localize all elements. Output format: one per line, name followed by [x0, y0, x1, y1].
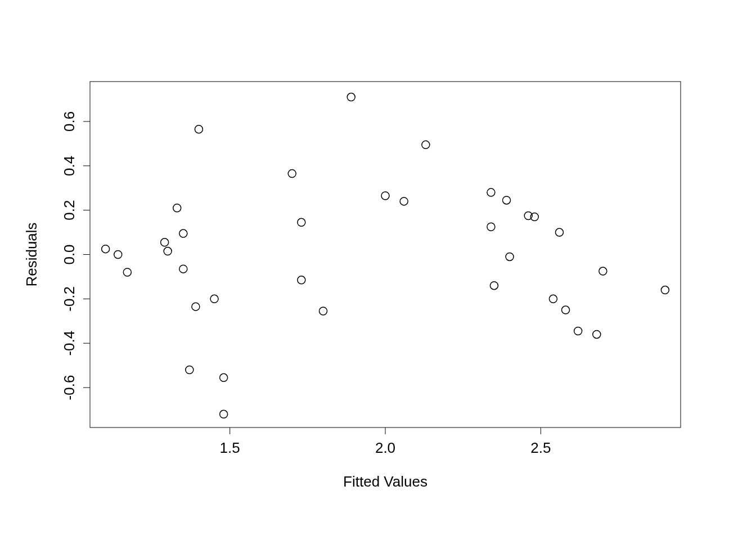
data-point: [319, 307, 327, 315]
data-point: [220, 374, 228, 381]
data-point: [574, 327, 582, 335]
data-point: [179, 265, 187, 273]
data-point: [422, 141, 430, 148]
data-point: [593, 330, 601, 338]
x-axis-label: Fitted Values: [343, 473, 428, 490]
data-point: [555, 228, 563, 236]
data-point: [506, 253, 514, 260]
data-point: [298, 218, 305, 226]
x-tick-label: 2.5: [530, 439, 551, 456]
data-point: [661, 286, 669, 294]
data-point: [161, 238, 169, 246]
data-point: [503, 196, 511, 204]
data-point: [490, 282, 498, 290]
data-point: [210, 295, 218, 303]
y-tick-label: 0.4: [61, 156, 78, 176]
y-tick-label: 0.2: [61, 200, 78, 220]
scatter-plot: 1.52.02.5 -0.6-0.4-0.20.00.20.40.6 Fitte…: [0, 0, 756, 540]
data-point: [220, 410, 228, 418]
x-tick-label: 1.5: [220, 439, 240, 456]
data-point: [102, 245, 110, 253]
data-point: [400, 197, 408, 205]
plot-border: [90, 82, 681, 428]
data-point: [298, 276, 305, 284]
y-tick-label: -0.6: [61, 375, 78, 400]
data-point: [164, 248, 172, 255]
data-point: [549, 295, 557, 303]
data-point: [487, 188, 495, 196]
data-point: [487, 223, 495, 231]
data-point: [173, 204, 181, 212]
y-tick-label: 0.6: [61, 111, 78, 132]
y-tick-label: 0.0: [61, 244, 78, 264]
data-point: [195, 125, 202, 133]
data-point: [123, 268, 131, 276]
data-point: [192, 303, 200, 310]
data-points-group: [102, 93, 669, 418]
y-tick-label: -0.4: [61, 331, 78, 356]
chart-container: 1.52.02.5 -0.6-0.4-0.20.00.20.40.6 Fitte…: [0, 0, 756, 540]
data-point: [562, 306, 570, 314]
x-tick-label: 2.0: [375, 439, 395, 456]
data-point: [186, 366, 194, 374]
x-axis: 1.52.02.5: [220, 428, 551, 456]
data-point: [347, 93, 355, 101]
data-point: [179, 230, 187, 237]
data-point: [599, 267, 607, 275]
data-point: [381, 192, 389, 200]
data-point: [288, 170, 296, 178]
data-point: [114, 251, 122, 259]
y-axis: -0.6-0.4-0.20.00.20.40.6: [61, 111, 90, 400]
y-axis-label: Residuals: [23, 222, 40, 286]
y-tick-label: -0.2: [61, 286, 78, 312]
